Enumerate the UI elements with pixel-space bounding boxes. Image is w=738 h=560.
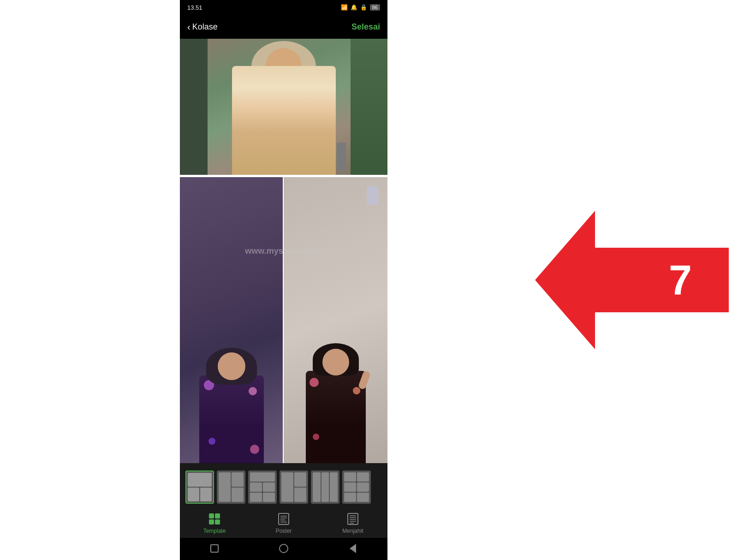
thumb-cell [232, 488, 244, 502]
back-icon [350, 544, 356, 553]
system-back-button[interactable] [347, 542, 359, 554]
tab-bar: Template Poster [180, 507, 387, 538]
bottom-right-photo-content [284, 177, 387, 463]
chevron-left-icon: ‹ [187, 22, 190, 32]
thumb-cell [263, 483, 275, 492]
svg-rect-2 [209, 519, 214, 524]
bottom-left-photo-content [180, 177, 283, 463]
collage-area: www.mysomer.com [180, 39, 387, 463]
lock-icon: 🔒 [360, 4, 367, 11]
collage-photo-bottom-right[interactable] [284, 177, 387, 463]
template-icon [208, 512, 221, 526]
status-time: 13.51 [187, 4, 202, 11]
top-photo-content [180, 39, 387, 175]
thumb-cell [357, 483, 369, 492]
done-button[interactable]: Selesai [351, 22, 380, 32]
thumb-cell [294, 472, 306, 487]
tab-template[interactable]: Template [196, 512, 233, 534]
svg-rect-3 [215, 519, 220, 524]
phone-container: 13.51 📶 🔔 🔒 86 ‹ Kolase Selesai [180, 0, 387, 560]
template-thumb-3[interactable] [248, 471, 277, 504]
navigation-bar: ‹ Kolase Selesai [180, 15, 387, 39]
tab-menjahit-label: Menjahit [342, 528, 363, 534]
menjahit-icon-svg [346, 512, 359, 525]
thumb-cell [200, 488, 212, 501]
red-arrow-annotation: 7 [535, 206, 729, 354]
tab-poster[interactable]: Poster [265, 512, 302, 534]
thumb-cell [344, 472, 356, 482]
notification-icon: 🔔 [351, 4, 357, 11]
system-home-button[interactable] [278, 542, 290, 554]
collage-photo-top[interactable] [180, 39, 387, 175]
svg-rect-1 [215, 513, 220, 518]
template-icon-svg [208, 512, 221, 525]
template-strip [180, 467, 387, 507]
tab-template-label: Template [203, 528, 226, 534]
svg-rect-8 [280, 521, 287, 523]
thumb-cell [250, 493, 262, 502]
thumb-cell [321, 472, 329, 502]
system-nav-bar [180, 538, 387, 560]
recent-icon [210, 544, 219, 553]
svg-marker-15 [535, 211, 729, 349]
thumb-cell [250, 483, 262, 492]
thumb-cell [232, 472, 244, 487]
thumb-cell [263, 493, 275, 502]
thumb-cell [250, 472, 275, 482]
thumb-cell [188, 488, 199, 501]
arrow-svg [535, 211, 729, 349]
template-thumb-5[interactable] [311, 471, 339, 504]
system-recent-button[interactable] [208, 542, 220, 554]
home-icon [279, 544, 288, 553]
svg-rect-0 [209, 513, 214, 518]
thumb-cell [344, 493, 356, 502]
thumb-cell [188, 473, 212, 487]
battery-indicator: 86 [370, 4, 380, 11]
collage-photo-bottom-left[interactable] [180, 177, 284, 463]
thumb-cell [294, 488, 306, 502]
signal-icon: 📶 [341, 4, 348, 11]
thumb-cell [313, 472, 321, 502]
back-label: Kolase [192, 22, 218, 32]
status-bar: 13.51 📶 🔔 🔒 86 [180, 0, 387, 15]
template-thumb-6[interactable] [342, 471, 371, 504]
tab-poster-label: Poster [276, 528, 292, 534]
thumb-cell [357, 472, 369, 482]
template-thumb-1[interactable] [185, 471, 214, 504]
arrow-shape: 7 [535, 211, 729, 349]
thumb-cell [357, 493, 369, 502]
thumb-cell [344, 483, 356, 492]
back-button[interactable]: ‹ Kolase [187, 22, 218, 32]
collage-bottom-row [180, 176, 387, 463]
poster-icon-svg [277, 512, 290, 525]
toolbar-area: Template Poster [180, 463, 387, 560]
thumb-cell [281, 472, 293, 502]
tab-menjahit[interactable]: Menjahit [334, 512, 371, 534]
status-icons: 📶 🔔 🔒 86 [341, 4, 380, 11]
arrow-number: 7 [669, 259, 692, 301]
thumb-cell [219, 472, 231, 502]
poster-icon [277, 512, 291, 526]
template-thumb-2[interactable] [217, 471, 245, 504]
menjahit-icon [346, 512, 360, 526]
template-thumb-4[interactable] [280, 471, 308, 504]
thumb-cell [330, 472, 338, 502]
